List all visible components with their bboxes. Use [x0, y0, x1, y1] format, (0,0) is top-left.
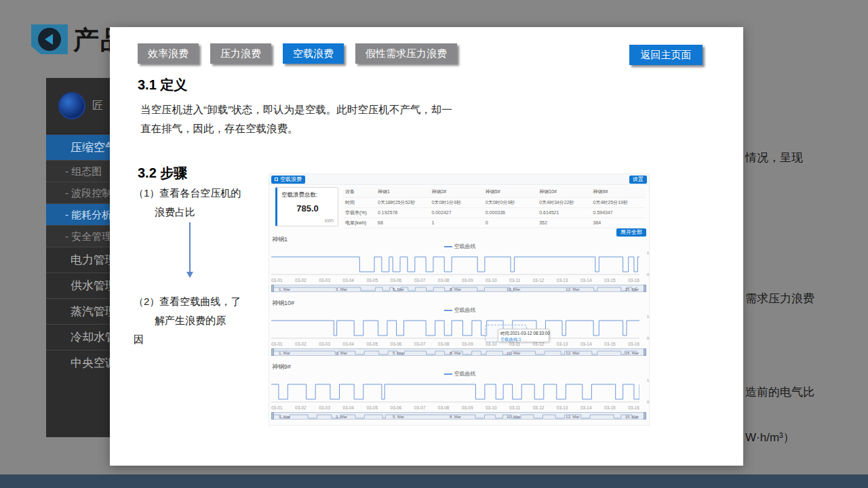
device-table: 设备神钢1神钢2#神钢5#神钢10#神钢9# 时间0天18时25分52秒0天0时…: [343, 187, 645, 228]
step2-text: 解产生浪费的原: [155, 314, 226, 327]
sidebar-item[interactable]: - 波段控制: [46, 182, 110, 203]
table-cell: 0天18时25分52秒: [376, 197, 429, 207]
stat-unit: kWh: [325, 218, 334, 223]
table-header-cell: 神钢5#: [484, 187, 537, 197]
zoom-axis-label: 8. Mar: [450, 287, 461, 291]
x-tick-label: 03-13: [557, 278, 568, 283]
x-tick-label: 03-05: [366, 342, 378, 346]
x-tick-label: 03-16: [628, 405, 639, 410]
x-tick-label: 03-06: [391, 405, 402, 410]
back-button[interactable]: [31, 24, 68, 54]
chart-legend[interactable]: 空载曲线: [269, 306, 650, 314]
datazoom-slider[interactable]: 1. Mar3. Mar5. Mar8. Mar10. Mar12. Mar15…: [271, 285, 646, 292]
x-tick-label: 03-09: [462, 278, 473, 283]
datazoom-slider[interactable]: 1. Mar3. Mar5. Mar8. Mar10. Mar12. Mar15…: [271, 412, 646, 420]
sidebar-item[interactable]: - 安全管理: [46, 225, 110, 247]
datazoom-right-handle[interactable]: [644, 285, 646, 292]
legend-line-icon: [444, 246, 452, 247]
x-tick-label: 03-08: [438, 405, 450, 410]
table-cell: 0天0时1分9秒: [429, 197, 483, 207]
sidebar-item[interactable]: 中央空调管理: [46, 350, 110, 375]
zoom-axis-label: 1. Mar: [279, 287, 290, 291]
return-main-button[interactable]: 返回主页面: [629, 45, 703, 65]
x-tick-label: 03-07: [414, 342, 426, 346]
steps-heading: 3.2 步骤: [138, 164, 187, 182]
x-tick-label: 03-01: [271, 405, 283, 410]
zoom-axis-label: 1. Mar: [279, 415, 290, 419]
chart-block: 神钢9# 空载曲线 10 03-0103-0203-0303-0403-0503…: [269, 363, 650, 426]
x-tick-label: 03-07: [414, 278, 426, 283]
back-arrow-icon: [38, 28, 61, 51]
zoom-axis-label: 8. Mar: [450, 415, 461, 419]
sidebar-item[interactable]: 供水管理: [46, 272, 110, 298]
zoom-axis-label: 12. Mar: [566, 351, 579, 355]
x-tick-label: 03-14: [580, 278, 592, 283]
waste-tab[interactable]: 压力浪费: [210, 43, 271, 64]
cutoff-text-fragment: 需求压力浪费: [745, 291, 814, 306]
x-tick-label: 03-01: [271, 342, 283, 346]
table-cell: 0.614521: [537, 207, 591, 218]
table-cell: 0天0时0分9秒: [484, 197, 537, 207]
sidebar-item[interactable]: 压缩空气: [46, 134, 110, 160]
stat-label: 空载浪费总数:: [281, 191, 317, 199]
sidebar-item[interactable]: 冷却水管理: [46, 324, 110, 350]
table-cell: 0天4时25分19秒: [591, 197, 645, 207]
x-tick-label: 03-16: [628, 278, 639, 283]
waste-tab[interactable]: 假性需求压力浪费: [355, 43, 457, 64]
datazoom-left-handle[interactable]: [271, 285, 274, 292]
sidebar-item[interactable]: - 组态图: [46, 160, 110, 182]
settings-button[interactable]: 设置: [629, 176, 647, 184]
chart-legend[interactable]: 空载曲线: [269, 370, 650, 378]
chart-legend[interactable]: 空载曲线: [269, 243, 650, 250]
x-tick-label: 03-14: [580, 342, 592, 346]
y-tick-label: 1: [647, 314, 649, 319]
x-tick-label: 03-04: [342, 342, 354, 346]
x-axis-ticks: 03-0103-0203-0303-0403-0503-0603-0703-08…: [271, 405, 639, 410]
cutoff-text-fragment: 造前的电气比: [745, 384, 814, 400]
table-row: 时间0天18时25分52秒0天0时1分9秒0天0时0分9秒0天4时34分22秒0…: [343, 197, 645, 207]
table-header-cell: 神钢9#: [591, 187, 645, 197]
badge-icon: [275, 178, 278, 181]
step1-text: 浪费占比: [155, 206, 195, 219]
table-cell: 68: [376, 218, 429, 228]
datazoom-right-handle[interactable]: [644, 348, 646, 356]
x-tick-label: 03-15: [604, 405, 616, 410]
y-axis-labels: 10: [647, 378, 649, 404]
table-cell: 0: [484, 218, 537, 228]
legend-line-icon: [444, 310, 452, 311]
sidebar-item[interactable]: 电力管理: [46, 247, 110, 272]
datazoom-labels: 1. Mar3. Mar5. Mar8. Mar10. Mar12. Mar15…: [279, 413, 639, 420]
x-tick-label: 03-09: [462, 405, 473, 410]
datazoom-left-handle[interactable]: [271, 412, 274, 420]
sidebar-item[interactable]: - 能耗分析: [46, 203, 110, 225]
x-tick-label: 03-03: [319, 278, 330, 283]
table-cell: 0天4时34分22秒: [537, 197, 591, 207]
datazoom-left-handle[interactable]: [271, 348, 274, 356]
sidebar: 匠 压缩空气- 组态图- 波段控制- 能耗分析- 安全管理电力管理供水管理蒸汽管…: [46, 78, 110, 437]
table-cell: 0.192578: [376, 207, 429, 218]
chart-tooltip: 时间:2021-03-12 08:33:00 空载曲线:1: [498, 329, 549, 342]
datazoom-slider[interactable]: 1. Mar3. Mar5. Mar8. Mar10. Mar12. Mar15…: [271, 348, 646, 356]
zoom-axis-label: 5. Mar: [393, 287, 404, 291]
x-tick-label: 03-05: [366, 278, 378, 283]
x-tick-label: 03-05: [366, 405, 378, 410]
table-header-cell: 神钢10#: [537, 187, 591, 197]
line-series: [271, 378, 639, 404]
table-header-cell: 设备: [343, 187, 376, 197]
zoom-axis-label: 15. Mar: [625, 351, 639, 355]
zoom-axis-label: 15. Mar: [625, 415, 639, 419]
waste-tab[interactable]: 空载浪费: [283, 43, 344, 64]
zoom-axis-label: 3. Mar: [336, 415, 347, 419]
datazoom-right-handle[interactable]: [644, 412, 646, 420]
waste-tab[interactable]: 效率浪费: [138, 43, 199, 64]
x-tick-label: 03-07: [414, 405, 426, 410]
x-tick-label: 03-10: [486, 278, 497, 283]
x-tick-label: 03-06: [391, 278, 402, 283]
x-tick-label: 03-15: [604, 278, 616, 283]
y-tick-label: 1: [647, 378, 649, 382]
sidebar-item[interactable]: 蒸汽管理: [46, 298, 110, 324]
x-tick-label: 03-11: [509, 405, 520, 410]
definition-heading: 3.1 定义: [138, 76, 187, 94]
x-tick-label: 03-02: [295, 278, 307, 283]
table-cell: 364: [591, 218, 645, 228]
